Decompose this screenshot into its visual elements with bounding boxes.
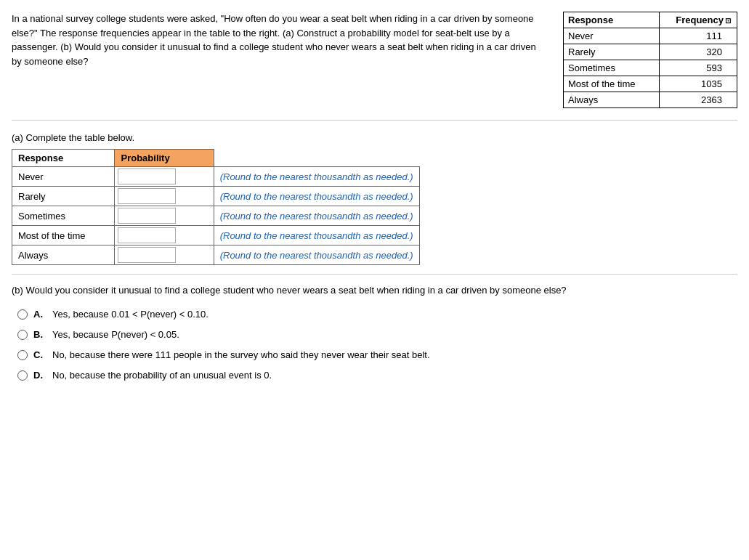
freq-value-cell: 111 [659, 28, 737, 44]
freq-value-cell: 593 [659, 60, 737, 76]
freq-table-row: Sometimes 593 [564, 60, 737, 76]
freq-table-response-header: Response [564, 12, 660, 28]
prob-input-2[interactable] [118, 208, 176, 224]
prob-response-cell: Most of the time [12, 226, 115, 245]
freq-value-cell: 2363 [659, 92, 737, 108]
prob-input-1[interactable] [118, 188, 176, 204]
radio-circle-1[interactable] [17, 330, 28, 340]
freq-table-row: Most of the time 1035 [564, 76, 737, 92]
option-text-1: Yes, because P(never) < 0.05. [52, 328, 179, 341]
radio-option-c[interactable]: C. No, because there were 111 people in … [17, 349, 737, 362]
prob-table-response-header: Response [12, 150, 115, 167]
sort-icon[interactable]: ⊡ [725, 17, 731, 25]
prob-input-cell[interactable] [115, 167, 214, 187]
frequency-table: Response Frequency⊡ Never 111 Rarely 320… [563, 12, 737, 108]
prob-input-cell[interactable] [115, 206, 214, 226]
prob-response-cell: Sometimes [12, 206, 115, 226]
prob-table-row: Rarely (Round to the nearest thousandth … [12, 187, 420, 206]
question-text: In a national survey college students we… [12, 12, 548, 108]
prob-input-4[interactable] [118, 247, 176, 263]
prob-table-row: Most of the time (Round to the nearest t… [12, 226, 420, 245]
freq-response-cell: Rarely [564, 44, 660, 60]
round-note: (Round to the nearest thousandth as need… [214, 167, 419, 187]
freq-response-cell: Never [564, 28, 660, 44]
freq-response-cell: Most of the time [564, 76, 660, 92]
radio-option-b[interactable]: B. Yes, because P(never) < 0.05. [17, 328, 737, 341]
prob-response-cell: Rarely [12, 187, 115, 206]
option-text-0: Yes, because 0.01 < P(never) < 0.10. [52, 308, 208, 321]
radio-circle-2[interactable] [17, 350, 28, 360]
prob-response-cell: Never [12, 167, 115, 187]
part-a-label: (a) Complete the table below. [12, 132, 737, 143]
part-b-question: (b) Would you consider it unusual to fin… [12, 283, 737, 298]
option-letter-2: C. [33, 349, 46, 362]
probability-table: Response Probability Never (Round to the… [12, 149, 420, 265]
option-text-3: No, because the probability of an unusua… [52, 369, 272, 382]
prob-table-row: Never (Round to the nearest thousandth a… [12, 167, 420, 187]
radio-circle-3[interactable] [17, 370, 28, 381]
option-letter-1: B. [33, 328, 46, 341]
round-note: (Round to the nearest thousandth as need… [214, 187, 419, 206]
freq-table-row: Always 2363 [564, 92, 737, 108]
prob-table-row: Always (Round to the nearest thousandth … [12, 245, 420, 265]
round-note: (Round to the nearest thousandth as need… [214, 206, 419, 226]
radio-option-a[interactable]: A. Yes, because 0.01 < P(never) < 0.10. [17, 308, 737, 321]
option-letter-0: A. [33, 308, 46, 321]
prob-table-note-header [214, 150, 419, 167]
question-paragraph: In a national survey college students we… [12, 13, 536, 67]
prob-input-3[interactable] [118, 227, 176, 243]
prob-response-cell: Always [12, 245, 115, 265]
radio-option-d[interactable]: D. No, because the probability of an unu… [17, 369, 737, 382]
freq-table-row: Rarely 320 [564, 44, 737, 60]
section-divider [12, 274, 737, 275]
prob-input-0[interactable] [118, 169, 176, 184]
freq-response-cell: Always [564, 92, 660, 108]
freq-value-cell: 320 [659, 44, 737, 60]
option-text-2: No, because there were 111 people in the… [52, 349, 430, 362]
radio-circle-0[interactable] [17, 309, 28, 320]
radio-options: A. Yes, because 0.01 < P(never) < 0.10. … [17, 308, 737, 383]
freq-table-frequency-header: Frequency⊡ [659, 12, 737, 28]
prob-input-cell[interactable] [115, 226, 214, 245]
option-letter-3: D. [33, 369, 46, 382]
prob-input-cell[interactable] [115, 245, 214, 265]
round-note: (Round to the nearest thousandth as need… [214, 226, 419, 245]
freq-table-row: Never 111 [564, 28, 737, 44]
top-section: In a national survey college students we… [12, 12, 737, 121]
round-note: (Round to the nearest thousandth as need… [214, 245, 419, 265]
prob-input-cell[interactable] [115, 187, 214, 206]
freq-response-cell: Sometimes [564, 60, 660, 76]
prob-table-row: Sometimes (Round to the nearest thousand… [12, 206, 420, 226]
freq-value-cell: 1035 [659, 76, 737, 92]
prob-table-probability-header: Probability [115, 150, 214, 167]
